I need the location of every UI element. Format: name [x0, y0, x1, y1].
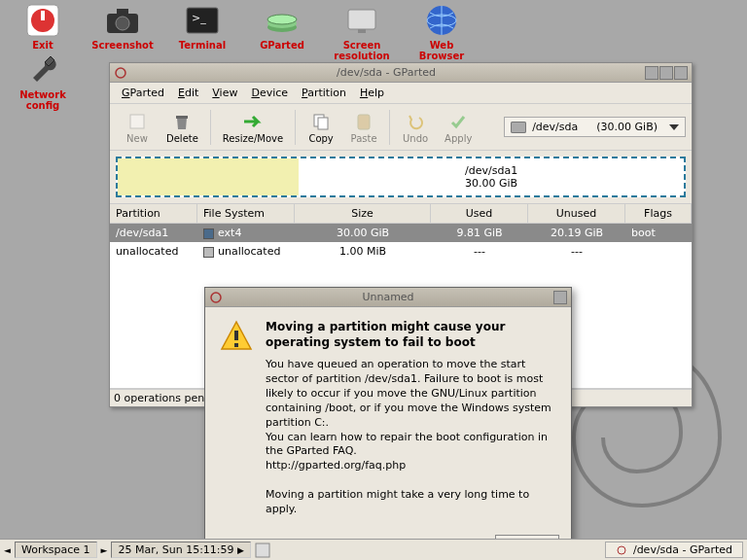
menu-gparted[interactable]: GParted: [116, 85, 170, 101]
workspace-prev[interactable]: ◄: [4, 545, 11, 555]
app-icon: [209, 291, 223, 304]
desktop-icon-network[interactable]: Network config: [8, 51, 78, 111]
window-titlebar[interactable]: /dev/sda - GParted: [110, 63, 692, 83]
delete-button[interactable]: Delete: [159, 109, 206, 146]
table-row[interactable]: unallocated unallocated 1.00 MiB --- ---: [110, 242, 692, 261]
wrench-icon: [25, 51, 60, 88]
menu-edit[interactable]: Edit: [172, 85, 204, 101]
menu-device[interactable]: Device: [245, 85, 294, 101]
svg-point-10: [267, 15, 297, 24]
check-icon: [447, 111, 469, 132]
trash-icon: [171, 111, 193, 132]
disk-icon: [264, 2, 301, 39]
svg-rect-2: [41, 11, 45, 20]
used-region: [118, 158, 299, 195]
col-flags[interactable]: Flags: [625, 204, 692, 223]
desktop-icon-browser[interactable]: Web Browser: [407, 2, 477, 61]
paste-icon: [353, 111, 374, 132]
dialog-text: Moving a partition might cause your oper…: [266, 319, 557, 517]
fs-color-swatch: [203, 228, 214, 239]
workspace-next[interactable]: ►: [101, 545, 108, 555]
col-size[interactable]: Size: [295, 204, 431, 223]
svg-rect-22: [234, 331, 238, 340]
taskbar-task[interactable]: /dev/sda - GParted: [605, 542, 743, 558]
svg-point-4: [116, 17, 129, 30]
chevron-down-icon: [669, 124, 679, 130]
fs-color-swatch: [203, 247, 214, 258]
warning-dialog: Unnamed Moving a partition might cause y…: [204, 287, 572, 560]
desktop-icon-resolution[interactable]: Screen resolution: [327, 2, 397, 61]
taskbar-app-icon[interactable]: [255, 542, 270, 558]
dialog-close-button[interactable]: [553, 291, 567, 304]
resize-button[interactable]: Resize/Move: [215, 109, 291, 146]
desktop-icon-screenshot[interactable]: Screenshot: [88, 2, 158, 61]
svg-rect-11: [348, 10, 375, 29]
undo-button: Undo: [394, 109, 437, 146]
svg-point-21: [211, 293, 221, 302]
svg-rect-16: [130, 115, 144, 128]
toolbar: New Delete Resize/Move Copy Paste Undo A…: [110, 104, 692, 151]
svg-point-15: [116, 68, 125, 78]
desktop-icon-terminal[interactable]: >_Terminal: [167, 2, 237, 61]
apply-button: Apply: [437, 109, 480, 146]
drive-icon: [511, 122, 526, 133]
dialog-titlebar[interactable]: Unnamed: [205, 288, 571, 307]
copy-button[interactable]: Copy: [300, 109, 342, 146]
monitor-icon: [343, 2, 380, 39]
table-row[interactable]: /dev/sda1 ext4 30.00 GiB 9.81 GiB 20.19 …: [110, 224, 692, 242]
svg-rect-19: [318, 118, 328, 129]
window-title: /dev/sda - GParted: [127, 66, 645, 79]
desktop-icon-gparted[interactable]: GParted: [247, 2, 317, 61]
device-selector[interactable]: /dev/sda (30.00 GiB): [504, 117, 686, 137]
new-button: New: [116, 109, 159, 146]
app-icon: [616, 544, 627, 556]
table-header: Partition File System Size Used Unused F…: [110, 203, 692, 224]
arrow-right-icon: [242, 111, 264, 132]
paste-button: Paste: [342, 109, 385, 146]
app-icon: [114, 66, 127, 80]
terminal-icon: >_: [184, 2, 221, 39]
taskbar: ◄ Workspace 1 ► 25 Mar, Sun 15:11:59 ▶ /…: [0, 539, 747, 560]
undo-icon: [405, 111, 426, 132]
desktop-icons: Exit Screenshot >_Terminal GParted Scree…: [8, 2, 477, 61]
disk-visual[interactable]: /dev/sda130.00 GiB: [116, 157, 686, 197]
menubar: GParted Edit View Device Partition Help: [110, 83, 692, 104]
maximize-button[interactable]: [659, 66, 673, 80]
svg-point-25: [618, 546, 625, 554]
col-filesystem[interactable]: File System: [197, 204, 295, 223]
menu-view[interactable]: View: [206, 85, 243, 101]
taskbar-clock[interactable]: 25 Mar, Sun 15:11:59 ▶: [111, 542, 251, 558]
svg-rect-20: [358, 115, 370, 129]
power-icon: [24, 2, 61, 39]
menu-partition[interactable]: Partition: [296, 85, 352, 101]
svg-rect-24: [256, 543, 269, 557]
menu-help[interactable]: Help: [354, 85, 390, 101]
new-icon: [126, 111, 148, 132]
col-used[interactable]: Used: [431, 204, 528, 223]
svg-rect-12: [358, 29, 366, 33]
close-button[interactable]: [674, 66, 688, 80]
free-region: /dev/sda130.00 GiB: [299, 158, 684, 195]
svg-text:>_: >_: [192, 12, 206, 24]
svg-rect-5: [117, 9, 128, 15]
workspace-switcher[interactable]: Workspace 1: [15, 542, 97, 558]
dialog-title: Unnamed: [223, 291, 553, 303]
col-unused[interactable]: Unused: [528, 204, 625, 223]
warning-icon: [219, 319, 254, 354]
svg-rect-23: [234, 343, 238, 347]
svg-rect-17: [176, 116, 188, 119]
col-partition[interactable]: Partition: [110, 204, 197, 223]
globe-icon: [423, 2, 460, 39]
minimize-button[interactable]: [645, 66, 658, 80]
camera-icon: [104, 2, 141, 39]
copy-icon: [310, 111, 332, 132]
